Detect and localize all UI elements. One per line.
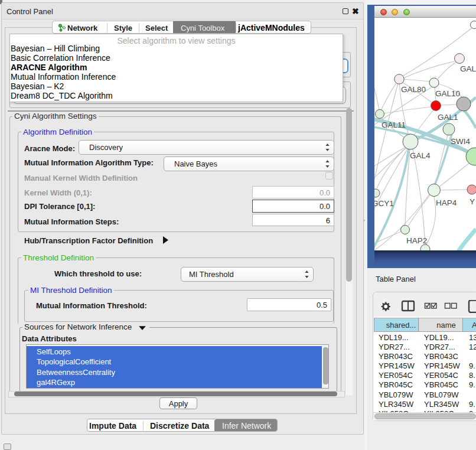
svg-text:GCY1: GCY1	[374, 199, 394, 208]
svg-text:GAL11: GAL11	[382, 120, 406, 129]
svg-text:SWI4: SWI4	[451, 137, 470, 146]
svg-text:Y: Y	[470, 197, 475, 206]
svg-text:GAL10: GAL10	[435, 89, 460, 98]
svg-text:GAL4: GAL4	[410, 151, 431, 160]
svg-text:HAP2: HAP2	[406, 236, 427, 245]
svg-text:GAL: GAL	[460, 64, 476, 73]
svg-text:GAL80: GAL80	[401, 85, 426, 94]
svg-text:HAP4: HAP4	[436, 198, 457, 207]
svg-text:GAL1: GAL1	[438, 113, 458, 122]
